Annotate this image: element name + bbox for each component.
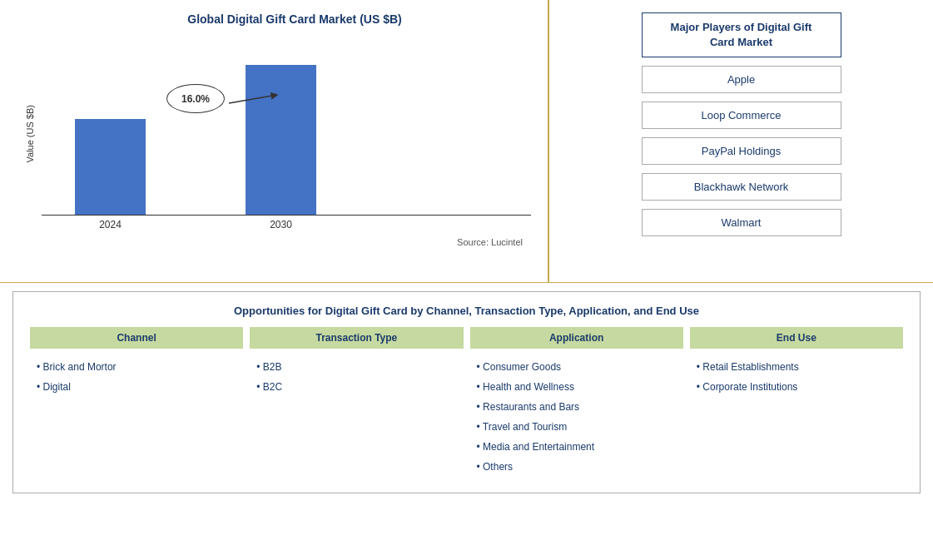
chart-title: Global Digital Gift Card Market (US $B) <box>58 12 531 26</box>
x-label-2030: 2030 <box>246 219 316 230</box>
category-items-channel: • Brick and Mortor • Digital <box>30 354 243 400</box>
bar-2024 <box>75 119 146 215</box>
cagr-arrow-svg <box>229 91 283 107</box>
enduse-item-1: • Corporate Institutions <box>697 377 896 397</box>
players-title-box: Major Players of Digital Gift Card Marke… <box>642 12 841 57</box>
app-item-3: • Travel and Tourism <box>477 417 677 437</box>
category-application: Application • Consumer Goods • Health an… <box>470 327 683 480</box>
app-item-4: • Media and Entertainment <box>477 437 677 457</box>
x-label-2024: 2024 <box>75 219 146 230</box>
app-item-2: • Restaurants and Bars <box>477 397 677 417</box>
category-items-enduse: • Retail Establishments • Corporate Inst… <box>690 354 903 400</box>
categories-row: Channel • Brick and Mortor • Digital Tra… <box>30 327 903 480</box>
bottom-section: Opportunities for Digital Gift Card by C… <box>12 291 921 493</box>
cagr-ellipse: 16.0% <box>166 84 225 113</box>
svg-line-1 <box>229 95 277 103</box>
enduse-item-0: • Retail Establishments <box>697 357 896 377</box>
transaction-item-1: • B2C <box>256 377 456 397</box>
player-paypal: PayPal Holdings <box>642 137 841 165</box>
category-header-transaction: Transaction Type <box>250 327 463 349</box>
category-items-transaction: • B2B • B2C <box>250 354 463 400</box>
player-loop-commerce: Loop Commerce <box>642 102 841 129</box>
transaction-item-0: • B2B <box>256 357 456 377</box>
source-text: Source: Lucintel <box>25 237 531 247</box>
category-header-enduse: End Use <box>690 327 903 349</box>
channel-item-1: • Digital <box>37 377 236 397</box>
app-item-5: • Others <box>477 457 677 477</box>
player-blackhawk: Blackhawk Network <box>642 173 841 201</box>
players-area: Major Players of Digital Gift Card Marke… <box>549 0 933 282</box>
bar-group-2024 <box>75 119 146 215</box>
x-axis-labels: 2024 2030 <box>42 216 531 234</box>
chart-area: Global Digital Gift Card Market (US $B) … <box>0 0 549 282</box>
bars-container: 16.0% <box>42 34 531 215</box>
category-enduse: End Use • Retail Establishments • Corpor… <box>690 327 903 480</box>
cagr-annotation: 16.0% <box>166 84 225 113</box>
channel-item-0: • Brick and Mortor <box>37 357 236 377</box>
category-header-application: Application <box>470 327 683 349</box>
chart-inner: 16.0% <box>42 34 531 234</box>
category-header-channel: Channel <box>30 327 243 349</box>
player-apple: Apple <box>642 66 841 93</box>
bar-group-2030 <box>246 65 316 215</box>
category-items-application: • Consumer Goods • Health and Wellness •… <box>470 354 683 480</box>
category-transaction: Transaction Type • B2B • B2C <box>250 327 463 480</box>
bar-2030 <box>246 65 316 215</box>
app-item-1: • Health and Wellness <box>477 377 677 397</box>
app-item-0: • Consumer Goods <box>477 357 677 377</box>
opportunities-title: Opportunities for Digital Gift Card by C… <box>30 305 903 317</box>
y-axis-label: Value (US $B) <box>25 105 35 163</box>
category-channel: Channel • Brick and Mortor • Digital <box>30 327 243 480</box>
player-walmart: Walmart <box>642 209 841 236</box>
cagr-value: 16.0% <box>181 93 210 105</box>
